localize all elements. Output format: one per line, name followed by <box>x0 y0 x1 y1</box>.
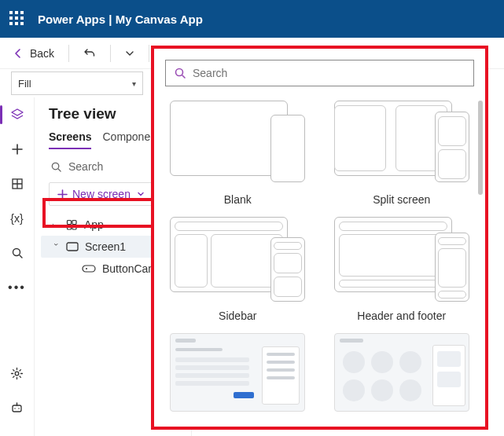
chevron-down-icon <box>125 49 134 58</box>
rail-virtual-agent[interactable] <box>5 395 30 420</box>
svg-rect-3 <box>13 405 21 412</box>
back-arrow-icon <box>13 47 25 60</box>
bot-icon <box>10 401 24 415</box>
template-thumb <box>334 333 469 412</box>
scrollbar[interactable] <box>478 101 483 195</box>
template-thumb <box>170 217 305 303</box>
title-bar: Power Apps | My Canvas App <box>0 0 504 38</box>
template-thumb <box>334 101 469 187</box>
chevron-down-icon: › <box>52 243 61 251</box>
separator <box>68 45 69 62</box>
svg-rect-10 <box>83 266 95 272</box>
rail-data[interactable] <box>5 171 30 196</box>
separator <box>110 45 111 62</box>
template-label: Split screen <box>373 193 430 206</box>
chevron-down-icon: ▾ <box>132 79 136 88</box>
svg-point-11 <box>86 268 87 269</box>
template-thumb <box>170 101 305 187</box>
template-split-screen[interactable]: Split screen <box>329 101 475 206</box>
template-preview-6[interactable] <box>329 333 475 412</box>
template-preview-5[interactable] <box>165 333 311 412</box>
separator <box>149 45 149 62</box>
template-gallery: Blank Split screen <box>165 101 474 412</box>
popup-search-input[interactable] <box>193 67 465 79</box>
rail-tree-view[interactable] <box>5 102 30 127</box>
rail-search[interactable] <box>5 240 30 266</box>
svg-rect-9 <box>67 243 78 251</box>
undo-button[interactable] <box>79 44 101 63</box>
svg-point-12 <box>176 69 183 76</box>
tab-screens[interactable]: Screens <box>49 130 91 149</box>
gear-icon <box>10 367 24 380</box>
back-label: Back <box>30 47 54 60</box>
svg-point-1 <box>13 249 20 256</box>
rail-insert[interactable] <box>5 137 30 162</box>
property-selector[interactable]: Fill ▾ <box>11 71 143 95</box>
layers-icon <box>10 108 24 122</box>
grid-icon <box>11 178 24 190</box>
button-icon <box>82 264 96 273</box>
template-label: Sidebar <box>219 310 256 322</box>
popup-search[interactable] <box>165 60 474 86</box>
search-icon <box>174 67 186 79</box>
plus-icon <box>11 143 24 156</box>
rail-settings[interactable] <box>5 361 30 386</box>
rail-more[interactable]: ••• <box>5 275 30 300</box>
template-label: Header and footer <box>357 310 446 322</box>
new-screen-popup: Blank Split screen <box>151 46 488 430</box>
back-button[interactable]: Back <box>8 44 59 63</box>
app-title: Power Apps | My Canvas App <box>38 13 203 26</box>
undo-split-button[interactable] <box>120 46 139 61</box>
highlight-border <box>42 198 154 228</box>
template-label: Blank <box>224 193 252 206</box>
search-icon <box>50 161 62 173</box>
search-icon <box>11 247 24 259</box>
tree-node-label: Screen1 <box>85 240 126 253</box>
property-value: Fill <box>18 78 31 90</box>
template-blank[interactable]: Blank <box>165 101 311 206</box>
svg-point-4 <box>52 163 58 169</box>
svg-point-2 <box>15 372 19 376</box>
template-sidebar[interactable]: Sidebar <box>165 217 311 322</box>
template-header-footer[interactable]: Header and footer <box>329 217 475 322</box>
undo-icon <box>83 47 96 60</box>
left-rail: {x} ••• <box>0 97 35 436</box>
app-launcher-icon[interactable] <box>9 11 25 27</box>
screen-icon <box>66 242 79 251</box>
chevron-down-icon <box>137 190 145 198</box>
template-thumb <box>170 333 305 412</box>
tree-search-placeholder: Search <box>68 160 103 173</box>
template-thumb <box>334 217 469 303</box>
rail-variables[interactable]: {x} <box>5 206 30 231</box>
